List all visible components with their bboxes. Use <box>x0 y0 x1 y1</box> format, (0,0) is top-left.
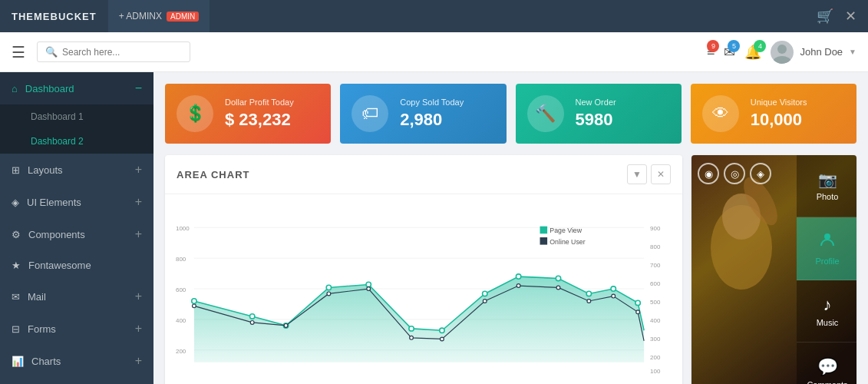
svg-point-0 <box>777 45 787 54</box>
sidebar: ⌂ Dashboard − Dashboard 1 Dashboard 2 ⊞ … <box>0 72 153 384</box>
stat-info-order: New Order 5980 <box>576 98 670 130</box>
svg-text:700: 700 <box>650 262 661 269</box>
svg-text:600: 600 <box>650 280 661 287</box>
close-icon[interactable]: ✕ <box>845 8 856 25</box>
chart-dot <box>586 291 591 296</box>
content-row: AREA CHART ▼ ✕ 1000 800 600 400 200 <box>165 155 856 384</box>
search-icon: 🔍 <box>45 46 58 58</box>
chart-dot <box>284 323 288 327</box>
sidebar-item-data-tables[interactable]: ☰ Data Tables + <box>0 377 153 384</box>
chart-dot <box>250 321 254 325</box>
photo-icon: 📷 <box>818 170 837 189</box>
tab-label: + ADMINX <box>119 11 162 22</box>
chart-dot <box>611 286 616 291</box>
comments-label: Comments <box>807 380 847 384</box>
components-icon: ⚙ <box>12 229 21 240</box>
chart-close-button[interactable]: ✕ <box>651 164 671 184</box>
sidebar-item-dashboard[interactable]: ⌂ Dashboard − <box>0 72 153 104</box>
sidebar-item-dashboard-1[interactable]: Dashboard 1 <box>0 104 153 129</box>
svg-text:800: 800 <box>176 256 186 263</box>
right-panel: ◉ ◎ ◈ 📷 Photo <box>691 155 856 384</box>
expand-icon: + <box>135 354 142 368</box>
notifications-menu-icon[interactable]: ≡ 9 <box>707 44 715 60</box>
header: ☰ 🔍 ≡ 9 ✉ 5 🔔 4 John Doe ▼ <box>0 32 868 72</box>
copy-sold-value: 2,980 <box>400 110 494 130</box>
stat-info-copy: Copy Sold Today 2,980 <box>400 98 494 130</box>
chart-dot <box>612 294 616 298</box>
chart-dot <box>556 276 560 280</box>
chart-minimize-button[interactable]: ▼ <box>627 164 647 184</box>
svg-text:200: 200 <box>176 348 186 355</box>
sidebar-layouts-label: Layouts <box>28 164 63 176</box>
collapse-icon: − <box>135 81 142 95</box>
adminx-tab[interactable]: + ADMINX ADMIN <box>108 0 210 32</box>
chart-dot <box>556 286 560 290</box>
sidebar-item-dashboard-2[interactable]: Dashboard 2 <box>0 129 153 154</box>
bell-icon[interactable]: 🔔 4 <box>744 44 761 61</box>
sidebar-item-fontawesome[interactable]: ★ Fontawesome <box>0 250 153 280</box>
panel-action-music[interactable]: ♪ Music <box>797 280 856 343</box>
chart-dot <box>587 300 591 303</box>
chart-card: AREA CHART ▼ ✕ 1000 800 600 400 200 <box>165 155 682 384</box>
search-box: 🔍 <box>37 41 190 62</box>
chart-actions: ▼ ✕ <box>627 164 671 184</box>
stat-card-dollar-profit: 💲 Dollar Profit Today $ 23,232 <box>165 84 331 144</box>
sidebar-dashboard-label: Dashboard <box>25 83 74 94</box>
legend-page-view-swatch <box>540 227 548 234</box>
sidebar-item-forms[interactable]: ⊟ Forms + <box>0 313 153 345</box>
sidebar-item-mail[interactable]: ✉ Mail + <box>0 280 153 313</box>
panel-circle-icon-3[interactable]: ◈ <box>750 163 771 184</box>
svg-text:500: 500 <box>650 299 661 306</box>
chart-dot <box>440 328 444 333</box>
svg-text:400: 400 <box>176 317 186 324</box>
legend-online-user-label: Online User <box>550 238 585 246</box>
panel-action-profile[interactable]: Profile <box>797 217 856 280</box>
admin-badge: ADMIN <box>167 12 199 22</box>
chart-body: 1000 800 600 400 200 900 800 700 600 500… <box>165 194 682 384</box>
area-chart-svg: 1000 800 600 400 200 900 800 700 600 500… <box>173 202 675 384</box>
expand-icon: + <box>135 290 142 303</box>
chart-dot <box>483 300 487 303</box>
main-content: 💲 Dollar Profit Today $ 23,232 🏷 Copy So… <box>153 72 868 384</box>
user-avatar[interactable]: John Doe ▼ <box>771 41 856 64</box>
expand-icon: + <box>135 227 142 241</box>
forms-icon: ⊟ <box>12 323 20 335</box>
legend-online-user-swatch <box>540 237 548 245</box>
panel-circle-icon-1[interactable]: ◉ <box>698 163 719 184</box>
chart-dot <box>410 336 414 339</box>
chart-dot <box>327 292 331 296</box>
ui-elements-icon: ◈ <box>12 197 19 208</box>
sidebar-item-charts[interactable]: 📊 Charts + <box>0 345 153 377</box>
expand-icon: + <box>135 195 142 209</box>
stat-cards: 💲 Dollar Profit Today $ 23,232 🏷 Copy So… <box>165 84 856 144</box>
panel-circle-icon-2[interactable]: ◎ <box>724 163 745 184</box>
panel-action-photo[interactable]: 📷 Photo <box>797 155 856 217</box>
menu-badge: 9 <box>707 40 719 52</box>
sidebar-item-layouts[interactable]: ⊞ Layouts + <box>0 154 153 186</box>
mail-icon[interactable]: ✉ 5 <box>724 44 735 61</box>
stat-card-unique-visitors: 👁 Unique Visitors 10,000 <box>691 84 856 144</box>
sidebar-item-ui-elements[interactable]: ◈ UI Elements + <box>0 186 153 218</box>
chart-dot <box>326 285 331 290</box>
chart-header: AREA CHART ▼ ✕ <box>165 155 682 194</box>
copy-sold-icon: 🏷 <box>351 95 388 132</box>
sidebar-item-components[interactable]: ⚙ Components + <box>0 218 153 250</box>
fontawesome-icon: ★ <box>12 260 21 271</box>
cart-icon[interactable]: 🛒 <box>817 8 833 25</box>
chart-dot <box>192 299 196 303</box>
music-icon: ♪ <box>823 295 832 315</box>
top-bar: THEMEBUCKET + ADMINX ADMIN 🛒 ✕ <box>0 0 868 32</box>
profile-label: Profile <box>815 257 839 266</box>
sidebar-charts-label: Charts <box>31 356 61 367</box>
expand-icon: + <box>135 322 142 336</box>
new-order-value: 5980 <box>576 110 670 130</box>
chart-dot <box>366 282 371 286</box>
search-input[interactable] <box>62 47 177 58</box>
comments-icon: 💬 <box>817 357 838 377</box>
chart-dot <box>516 274 520 279</box>
unique-visitors-icon: 👁 <box>702 95 739 132</box>
panel-action-comments[interactable]: 💬 Comments <box>797 343 856 384</box>
svg-text:300: 300 <box>650 336 661 343</box>
hamburger-icon[interactable]: ☰ <box>12 43 25 61</box>
stat-info-visitors: Unique Visitors 10,000 <box>751 98 845 130</box>
